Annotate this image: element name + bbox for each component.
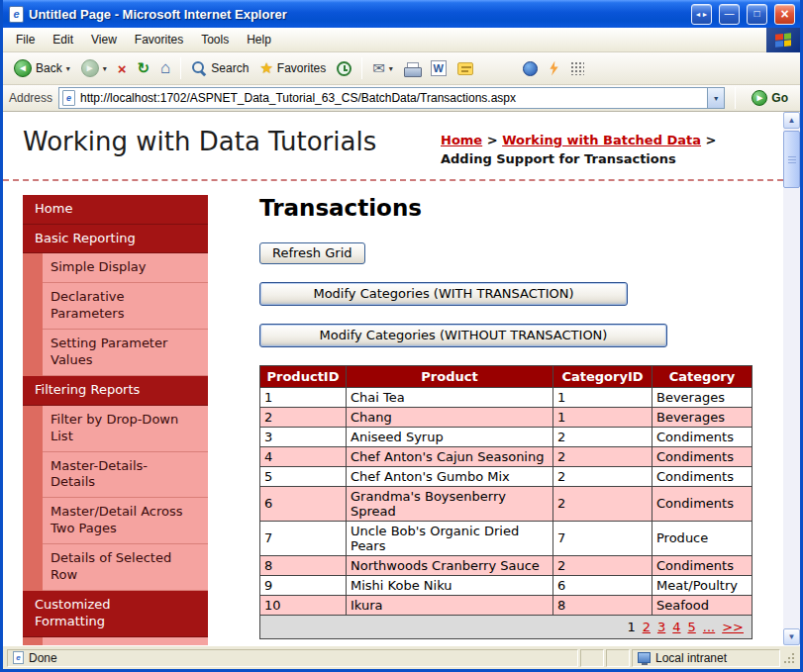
close-button[interactable]: × (774, 4, 795, 25)
address-label: Address (9, 91, 52, 105)
cell-product: Grandma's Boysenberry Spread (347, 486, 553, 521)
stop-button[interactable]: × (113, 57, 132, 80)
cell-product: Uncle Bob's Organic Dried Pears (347, 521, 553, 555)
sidebar-section-filtering-reports[interactable]: Filtering Reports (23, 376, 208, 406)
vertical-scrollbar[interactable]: ▲ ▼ (783, 112, 800, 645)
modify-without-transaction-button[interactable]: Modify Categories (WITHOUT TRANSACTION) (259, 324, 667, 347)
windows-flag-icon (775, 33, 791, 48)
scrollbar-thumb[interactable] (783, 131, 800, 188)
menu-favorites[interactable]: Favorites (126, 29, 192, 50)
menu-edit[interactable]: Edit (44, 29, 82, 50)
sidebar-item-declarative-parameters[interactable]: Declarative Parameters (43, 283, 208, 330)
breadcrumb-separator: > (701, 133, 716, 147)
refresh-button[interactable]: ↻ (132, 56, 154, 80)
sidebar-item-master-details-details[interactable]: Master-Details-Details (43, 452, 208, 499)
history-button[interactable] (332, 58, 356, 79)
status-bar: e Done Local intranet (3, 645, 800, 669)
status-text: Done (29, 651, 57, 665)
refresh-grid-button[interactable]: Refresh Grid (259, 242, 365, 264)
cell-category: Produce (652, 521, 753, 555)
window-title: Untitled Page - Microsoft Internet Explo… (29, 7, 684, 22)
col-header-category: Category (652, 365, 753, 387)
messenger-button[interactable] (518, 58, 543, 79)
cell-product: Northwoods Cranberry Sauce (347, 555, 553, 575)
home-button[interactable]: ⌂ (155, 55, 175, 81)
resize-grip[interactable] (782, 650, 796, 666)
address-input[interactable]: e http://localhost:1702/ASPNET_Data_Tuto… (58, 87, 725, 109)
sidebar-item-format-colors[interactable]: Format Colors (43, 637, 208, 645)
pager-page-2[interactable]: 2 (643, 620, 651, 634)
pager-page-4[interactable]: 4 (672, 620, 680, 634)
cell-productid: 3 (260, 427, 347, 446)
lightning-icon (549, 61, 559, 76)
search-button[interactable]: Search (186, 57, 253, 79)
dither-grid-button[interactable] (565, 58, 589, 78)
cell-categoryid: 2 (553, 486, 652, 521)
cell-category: Condiments (652, 486, 753, 521)
status-empty-pane (580, 649, 604, 667)
mail-dropdown-icon: ▾ (389, 64, 393, 73)
discuss-button[interactable] (452, 59, 478, 78)
browser-viewport: Working with Data Tutorials Home > Worki… (3, 112, 800, 645)
local-intranet-icon (638, 652, 651, 663)
stop-icon: × (118, 60, 127, 77)
cell-category: Condiments (652, 446, 753, 466)
close-icon: × (780, 7, 788, 21)
pager-ellipsis[interactable]: ... (703, 620, 715, 634)
scrollbar-track[interactable] (783, 129, 800, 628)
table-row: 7 Uncle Bob's Organic Dried Pears 7 Prod… (260, 521, 753, 555)
sidebar-item-details-of-selected-row[interactable]: Details of Selected Row (43, 544, 208, 591)
sidebar-item-master-detail-two-pages[interactable]: Master/Detail Across Two Pages (43, 498, 208, 544)
toolbar-separator (180, 57, 181, 79)
sidebar-item-home[interactable]: Home (23, 195, 208, 225)
mail-button[interactable]: ✉▾ (367, 56, 398, 80)
breadcrumb-link-batched-data[interactable]: Working with Batched Data (502, 133, 701, 147)
cell-category: Condiments (652, 555, 753, 575)
modify-with-transaction-button[interactable]: Modify Categories (WITH TRANSACTION) (259, 282, 628, 306)
grid-icon (570, 61, 584, 75)
forward-button[interactable]: ► ▾ (76, 56, 112, 80)
sidebar-item-simple-display[interactable]: Simple Display (43, 253, 208, 283)
scroll-down-button[interactable]: ▼ (783, 628, 800, 645)
sidebar-section-customized-formatting[interactable]: Customized Formatting (23, 591, 208, 637)
col-header-product: Product (347, 365, 553, 387)
cell-categoryid: 2 (553, 446, 652, 466)
status-empty-pane (606, 649, 630, 667)
table-row: 10 Ikura 8 Seafood (260, 595, 753, 615)
pager-page-5[interactable]: 5 (688, 620, 696, 634)
standard-toolbar: ◄ Back ▾ ► ▾ × ↻ ⌂ Search ★ Favorites ✉▾… (3, 52, 800, 85)
pager-current-page: 1 (627, 620, 635, 634)
menu-tools[interactable]: Tools (192, 29, 238, 50)
cell-product: Mishi Kobe Niku (347, 575, 553, 595)
grid-header-row: ProductID Product CategoryID Category (260, 365, 753, 387)
menu-help[interactable]: Help (238, 29, 280, 50)
research-button[interactable] (544, 58, 564, 79)
print-button[interactable] (399, 59, 425, 78)
breadcrumb: Home > Working with Batched Data > Addin… (441, 132, 769, 169)
breadcrumb-link-home[interactable]: Home (441, 133, 482, 147)
favorites-button[interactable]: ★ Favorites (254, 56, 331, 80)
pager-page-3[interactable]: 3 (657, 620, 665, 634)
sidebar-item-filter-by-dropdown-list[interactable]: Filter by Drop-Down List (43, 406, 208, 452)
pager-next[interactable]: >> (722, 620, 744, 634)
arrows-icon: ◄► (695, 11, 709, 18)
menu-file[interactable]: File (7, 29, 44, 50)
minimize-button[interactable]: — (719, 4, 740, 25)
discuss-icon (457, 62, 473, 75)
back-button[interactable]: ◄ Back ▾ (9, 56, 75, 80)
forward-dropdown-icon: ▾ (103, 64, 107, 73)
edit-with-word-button[interactable]: W (426, 57, 452, 79)
cell-categoryid: 2 (553, 466, 652, 486)
word-icon: W (431, 60, 447, 76)
sidebar-item-setting-parameter-values[interactable]: Setting Parameter Values (43, 330, 208, 376)
titlebar-arrows-button[interactable]: ◄► (691, 4, 712, 25)
sidebar-section-basic-reporting[interactable]: Basic Reporting (23, 225, 208, 254)
cell-categoryid: 7 (553, 521, 652, 555)
cell-product: Aniseed Syrup (347, 427, 553, 446)
scroll-up-button[interactable]: ▲ (783, 112, 800, 129)
maximize-button[interactable]: □ (747, 4, 767, 25)
menu-view[interactable]: View (82, 29, 126, 50)
address-dropdown-button[interactable]: ▼ (707, 88, 724, 108)
cell-category: Beverages (652, 407, 753, 427)
go-button[interactable]: ► Go (746, 88, 794, 108)
